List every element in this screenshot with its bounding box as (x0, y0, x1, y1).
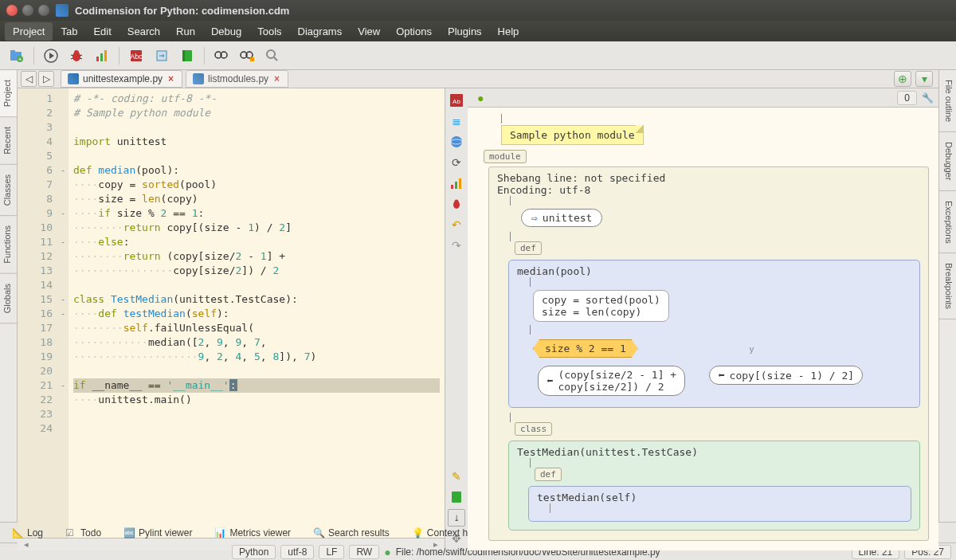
book-icon[interactable] (175, 45, 199, 67)
return-arrow-icon: ⬅ (718, 369, 724, 382)
menu-edit[interactable]: Edit (85, 22, 119, 41)
right-tab-debugger[interactable]: Debugger (939, 132, 956, 190)
debug-icon[interactable] (65, 45, 88, 67)
svg-text:Abc: Abc (130, 53, 143, 61)
dict-tool-icon[interactable]: Ab (448, 92, 465, 109)
menu-debug[interactable]: Debug (203, 22, 249, 41)
svg-rect-1 (10, 50, 15, 53)
svg-rect-13 (104, 50, 107, 61)
diagram-panel: ● 0 🔧 Sample python module module Sheban… (468, 88, 938, 550)
tab-filename: unittestexample.py (83, 73, 163, 84)
imports-icon[interactable] (150, 45, 174, 67)
menubar: ProjectTabEditSearchRunDebugToolsDiagram… (0, 21, 956, 41)
find-icon[interactable] (210, 45, 233, 67)
menu-diagrams[interactable]: Diagrams (290, 22, 351, 41)
profile-icon[interactable] (90, 45, 114, 67)
right-tab-file-outline[interactable]: File outline (939, 70, 956, 132)
refresh-tool-icon[interactable]: ⟳ (448, 154, 465, 171)
menu-help[interactable]: Help (490, 22, 527, 41)
redo-tool-icon[interactable]: ↷ (448, 237, 465, 254)
decision-node: size % 2 == 1 (533, 339, 638, 358)
close-tab-icon[interactable]: × (167, 73, 175, 84)
tab-icon: 🔍 (313, 527, 324, 538)
close-tab-icon[interactable]: × (272, 73, 281, 84)
code-editor-panel: 123456789101112131415161718192021222324 … (18, 88, 445, 550)
svg-line-10 (80, 58, 82, 59)
svg-rect-11 (96, 57, 99, 61)
diagram-settings-icon[interactable]: 🔧 (922, 92, 934, 104)
status-encoding[interactable]: utf-8 (280, 545, 314, 559)
status-readwrite[interactable]: RW (349, 545, 379, 559)
menu-plugins[interactable]: Plugins (440, 22, 490, 41)
window-maximize-button[interactable] (38, 5, 49, 16)
left-tab-globals[interactable]: Globals (0, 274, 17, 323)
nav-forward-button[interactable]: ▷ (38, 71, 54, 87)
status-ok-icon: ● (384, 546, 390, 558)
bottom-tab-pylint-viewer[interactable]: 🔤Pylint viewer (116, 524, 199, 542)
dictionary-icon[interactable]: Abc (124, 45, 148, 67)
return-arrow-icon: ⬅ (547, 374, 553, 387)
left-tab-classes[interactable]: Classes (0, 165, 17, 216)
menu-options[interactable]: Options (388, 22, 440, 41)
right-tab-exceptions[interactable]: Exceptions (939, 191, 956, 254)
return-node-else: ⬅ (copy[size/2 - 1] + copy[size/2]) / 2 (538, 366, 685, 396)
bottom-tab-search-results[interactable]: 🔍Search results (306, 524, 397, 542)
chart-tool-icon[interactable] (448, 174, 465, 192)
add-tab-button[interactable]: ⊕ (894, 71, 911, 87)
menu-project[interactable]: Project (5, 22, 53, 41)
tab-menu-button[interactable]: ▾ (915, 71, 933, 87)
svg-point-6 (74, 50, 79, 55)
window-minimize-button[interactable] (22, 5, 33, 16)
module-keyword-badge: module (484, 150, 527, 163)
svg-point-25 (267, 50, 275, 58)
tab-label: Log (27, 527, 43, 538)
svg-line-9 (71, 58, 73, 59)
function-block-median: median(pool) copy = sorted(pool) size = … (508, 260, 920, 408)
code-content[interactable]: # -*- coding: utf-8 -*-# Sample python m… (69, 88, 445, 538)
status-language[interactable]: Python (232, 545, 276, 559)
flowchart-canvas[interactable]: Sample python module module Shebang line… (468, 108, 938, 550)
bug-tool-icon[interactable] (448, 195, 465, 213)
left-tab-recent[interactable]: Recent (0, 117, 17, 165)
wand-tool-icon[interactable]: ✎ (448, 468, 465, 485)
run-icon[interactable] (39, 45, 63, 67)
left-sidebar-tabs: ProjectRecentClassesFunctionsGlobals (0, 70, 18, 522)
menu-tools[interactable]: Tools (249, 22, 289, 41)
tab-label: Todo (80, 527, 101, 538)
status-eol[interactable]: LF (319, 545, 344, 559)
search-icon[interactable] (261, 45, 284, 67)
tab-label: Search results (328, 527, 390, 538)
menu-view[interactable]: View (350, 22, 388, 41)
svg-point-29 (451, 136, 462, 147)
new-project-icon[interactable]: + (5, 45, 29, 67)
right-tab-breakpoints[interactable]: Breakpoints (939, 253, 956, 319)
file-tab[interactable]: listmodules.py× (186, 70, 288, 88)
tab-icon: 📊 (214, 527, 225, 538)
book-tool-icon[interactable] (448, 488, 465, 506)
tab-icon: 🔤 (123, 527, 135, 538)
stack-tool-icon[interactable]: ≣ (448, 112, 465, 130)
menu-tab[interactable]: Tab (53, 22, 85, 41)
globe-tool-icon[interactable] (448, 133, 465, 151)
tab-icon: ☑ (65, 527, 76, 538)
def-keyword-badge: def (515, 241, 542, 255)
menu-search[interactable]: Search (120, 22, 168, 41)
undo-tool-icon[interactable]: ↶ (448, 216, 465, 233)
svg-text:Ab: Ab (453, 98, 460, 105)
main-toolbar: + Abc (0, 41, 956, 70)
window-close-button[interactable] (6, 5, 18, 16)
fold-column[interactable]: - - - -- - (57, 88, 69, 538)
python-file-icon (68, 73, 79, 84)
file-tab[interactable]: unittestexample.py× (61, 70, 182, 88)
bottom-tab-log[interactable]: 📐Log (5, 524, 50, 542)
menu-run[interactable]: Run (168, 22, 203, 41)
bottom-tab-todo[interactable]: ☑Todo (58, 524, 108, 542)
tab-icon: 💡 (412, 527, 423, 538)
tab-label: Metrics viewer (229, 527, 291, 538)
left-tab-project[interactable]: Project (0, 70, 17, 117)
bottom-tab-metrics-viewer[interactable]: 📊Metrics viewer (207, 524, 298, 542)
left-tab-functions[interactable]: Functions (0, 216, 17, 274)
nav-back-button[interactable]: ◁ (21, 71, 37, 87)
find-file-icon[interactable] (235, 45, 259, 67)
code-node-body: copy = sorted(pool) size = len(copy) (533, 290, 669, 322)
